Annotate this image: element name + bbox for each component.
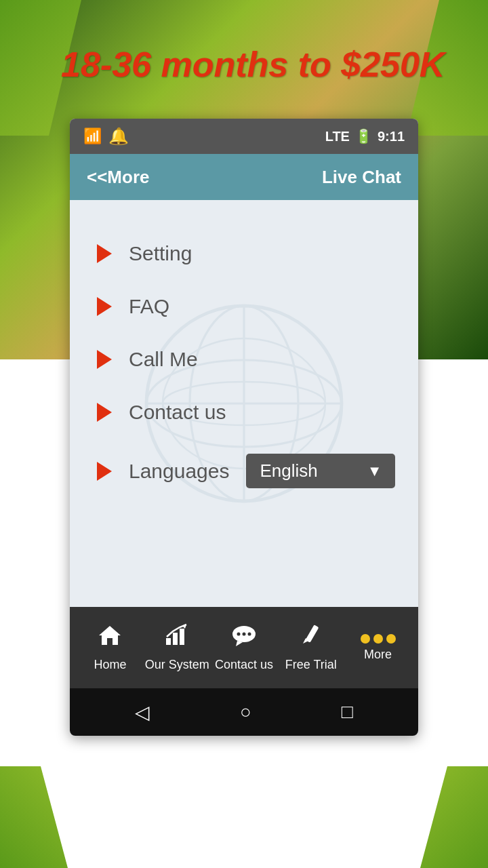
status-left: 📶 🔔 (83, 127, 129, 146)
menu-label-faq: FAQ (129, 295, 169, 318)
tab-our-system[interactable]: Our System (144, 623, 211, 672)
content-area: Setting FAQ Call Me Contact us Languages… (70, 200, 418, 607)
live-chat-button[interactable]: Live Chat (322, 167, 401, 188)
language-dropdown[interactable]: English ▼ (246, 454, 395, 488)
battery-icon: 🔋 (355, 128, 372, 144)
chat-icon (230, 623, 258, 654)
tab-contact-us[interactable]: Contact us (211, 623, 278, 672)
svg-rect-8 (166, 638, 171, 645)
android-back-button[interactable]: ◁ (135, 701, 150, 724)
lte-indicator: LTE (325, 129, 350, 144)
chart-icon (165, 623, 189, 654)
tab-free-trial-label: Free Trial (285, 658, 337, 672)
device-frame: 📶 🔔 LTE 🔋 9:11 <<More Live Chat (70, 119, 418, 736)
svg-marker-7 (99, 626, 121, 645)
play-arrow-languages (97, 462, 112, 481)
dot-3 (386, 634, 396, 644)
status-bar: 📶 🔔 LTE 🔋 9:11 (70, 119, 418, 154)
menu-item-call-me[interactable]: Call Me (70, 333, 418, 386)
tab-our-system-label: Our System (145, 658, 209, 672)
dots-icon (361, 634, 396, 644)
back-more-button[interactable]: <<More (87, 167, 150, 188)
notification-icon: 🔔 (108, 127, 129, 146)
tab-bar: Home Our System (70, 607, 418, 688)
svg-point-15 (242, 633, 245, 636)
menu-item-languages[interactable]: Languages English ▼ (70, 439, 418, 503)
svg-rect-10 (180, 629, 184, 645)
menu-item-setting[interactable]: Setting (70, 227, 418, 280)
menu-label-setting: Setting (129, 242, 192, 265)
android-recent-button[interactable]: □ (342, 701, 353, 723)
svg-rect-9 (173, 633, 178, 645)
dot-2 (373, 634, 383, 644)
tab-more-label: More (364, 648, 392, 662)
play-arrow-call-me (97, 350, 112, 369)
menu-item-contact-us[interactable]: Contact us (70, 386, 418, 439)
tab-home[interactable]: Home (77, 623, 144, 672)
svg-point-16 (247, 633, 251, 636)
headline: 18-36 months to $250K (61, 44, 445, 85)
menu-label-languages: Languages (129, 460, 229, 483)
app-nav-bar: <<More Live Chat (70, 154, 418, 200)
sim-icon: 📶 (83, 127, 102, 145)
menu-item-faq[interactable]: FAQ (70, 280, 418, 333)
play-arrow-contact-us (97, 403, 112, 422)
android-nav-bar: ◁ ○ □ (70, 688, 418, 736)
tab-home-label: Home (94, 658, 126, 672)
android-home-button[interactable]: ○ (240, 701, 251, 723)
tab-free-trial[interactable]: Free Trial (277, 623, 344, 672)
menu-list: Setting FAQ Call Me Contact us Languages… (70, 220, 418, 510)
dot-1 (361, 634, 370, 644)
language-selected-text: English (260, 460, 317, 481)
dropdown-arrow-icon: ▼ (367, 462, 382, 480)
svg-point-14 (237, 633, 240, 636)
status-right: LTE 🔋 9:11 (325, 128, 405, 144)
corner-decoration-bl (0, 766, 68, 868)
home-icon (98, 623, 122, 654)
corner-decoration-br (420, 766, 488, 868)
pen-icon (299, 623, 323, 654)
clock: 9:11 (378, 129, 405, 144)
tab-more[interactable]: More (344, 634, 411, 662)
play-arrow-faq (97, 297, 112, 316)
menu-label-call-me: Call Me (129, 348, 198, 371)
play-arrow-setting (97, 244, 112, 263)
menu-label-contact-us: Contact us (129, 401, 226, 424)
tab-contact-us-label: Contact us (215, 658, 273, 672)
